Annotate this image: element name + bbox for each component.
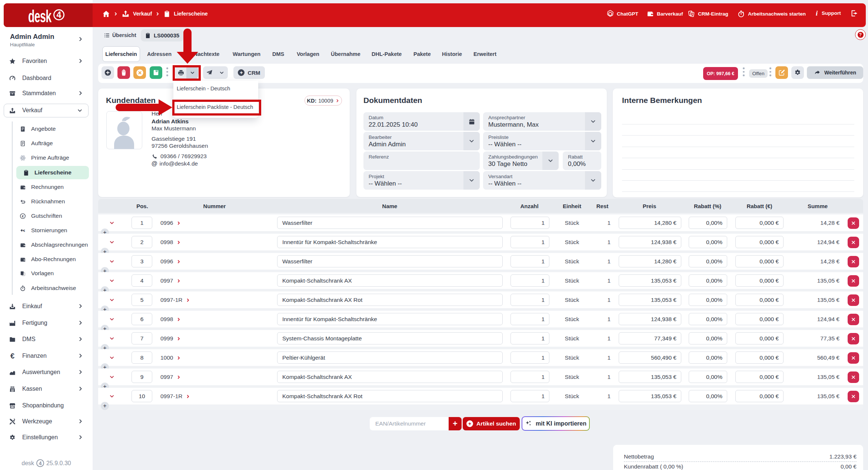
svg-text:€: € <box>22 214 24 218</box>
svg-text:€: € <box>23 229 25 232</box>
